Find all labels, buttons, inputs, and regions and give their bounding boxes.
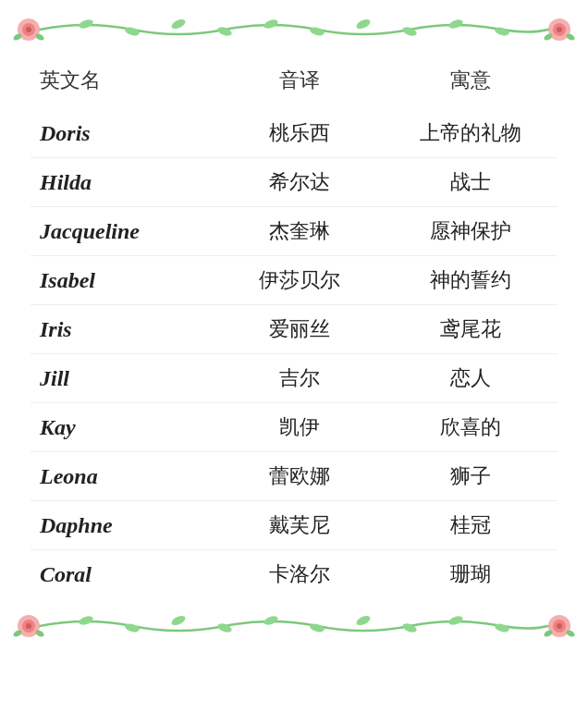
svg-point-0 [78, 18, 94, 31]
table-row: Leona蕾欧娜狮子 [31, 452, 557, 501]
svg-point-7 [401, 26, 418, 38]
svg-point-6 [355, 18, 372, 31]
table-row: Jill吉尔恋人 [31, 354, 557, 403]
cell-pinyin: 桃乐西 [215, 109, 384, 158]
cell-pinyin: 蕾欧娜 [215, 452, 384, 501]
cell-english-name: Kay [31, 403, 215, 452]
svg-point-20 [78, 615, 94, 627]
table-row: Kay凯伊欣喜的 [31, 403, 557, 452]
cell-english-name: Daphne [31, 501, 215, 550]
cell-english-name: Iris [31, 305, 215, 354]
svg-point-24 [263, 615, 279, 627]
cell-pinyin: 杰奎琳 [215, 207, 384, 256]
header-english: 英文名 [31, 57, 215, 109]
cell-meaning: 狮子 [384, 452, 557, 501]
bottom-border [12, 608, 576, 645]
table-row: Hilda希尔达战士 [31, 158, 557, 207]
header-meaning: 寓意 [384, 57, 557, 109]
table-header-row: 英文名 音译 寓意 [31, 57, 557, 109]
cell-pinyin: 卡洛尔 [215, 550, 384, 599]
cell-pinyin: 伊莎贝尔 [215, 256, 384, 305]
cell-meaning: 愿神保护 [384, 207, 557, 256]
cell-english-name: Hilda [31, 158, 215, 207]
content-area: 英文名 音译 寓意 Doris桃乐西上帝的礼物Hilda希尔达战士Jacquel… [12, 48, 576, 608]
top-border [12, 11, 576, 48]
svg-point-28 [447, 615, 464, 627]
cell-meaning: 珊瑚 [384, 550, 557, 599]
table-row: Jacqueline杰奎琳愿神保护 [31, 207, 557, 256]
cell-pinyin: 爱丽丝 [215, 305, 384, 354]
svg-point-3 [216, 26, 233, 38]
table-row: Iris爱丽丝鸢尾花 [31, 305, 557, 354]
cell-pinyin: 凯伊 [215, 403, 384, 452]
cell-english-name: Coral [31, 550, 215, 599]
svg-point-27 [401, 622, 418, 634]
cell-meaning: 上帝的礼物 [384, 109, 557, 158]
svg-point-22 [170, 614, 187, 627]
cell-english-name: Isabel [31, 256, 215, 305]
svg-point-17 [557, 27, 562, 32]
cell-meaning: 恋人 [384, 354, 557, 403]
cell-meaning: 神的誓约 [384, 256, 557, 305]
table-row: Doris桃乐西上帝的礼物 [31, 109, 557, 158]
cell-english-name: Doris [31, 109, 215, 158]
cell-meaning: 鸢尾花 [384, 305, 557, 354]
svg-point-2 [170, 18, 187, 31]
cell-english-name: Leona [31, 452, 215, 501]
cell-meaning: 战士 [384, 158, 557, 207]
page: 英文名 音译 寓意 Doris桃乐西上帝的礼物Hilda希尔达战士Jacquel… [12, 11, 576, 714]
cell-meaning: 欣喜的 [384, 403, 557, 452]
cell-pinyin: 吉尔 [215, 354, 384, 403]
svg-point-23 [216, 622, 233, 634]
svg-point-37 [557, 623, 562, 629]
svg-point-8 [447, 18, 464, 31]
cell-english-name: Jill [31, 354, 215, 403]
table-row: Coral卡洛尔珊瑚 [31, 550, 557, 599]
table-row: Daphne戴芙尼桂冠 [31, 501, 557, 550]
svg-point-26 [355, 614, 372, 627]
svg-point-12 [26, 27, 31, 32]
names-table: 英文名 音译 寓意 Doris桃乐西上帝的礼物Hilda希尔达战士Jacquel… [31, 57, 557, 598]
svg-point-4 [263, 18, 279, 31]
table-row: Isabel伊莎贝尔神的誓约 [31, 256, 557, 305]
cell-meaning: 桂冠 [384, 501, 557, 550]
svg-point-32 [26, 623, 31, 629]
cell-english-name: Jacqueline [31, 207, 215, 256]
cell-pinyin: 希尔达 [215, 158, 384, 207]
header-pinyin: 音译 [215, 57, 384, 109]
cell-pinyin: 戴芙尼 [215, 501, 384, 550]
